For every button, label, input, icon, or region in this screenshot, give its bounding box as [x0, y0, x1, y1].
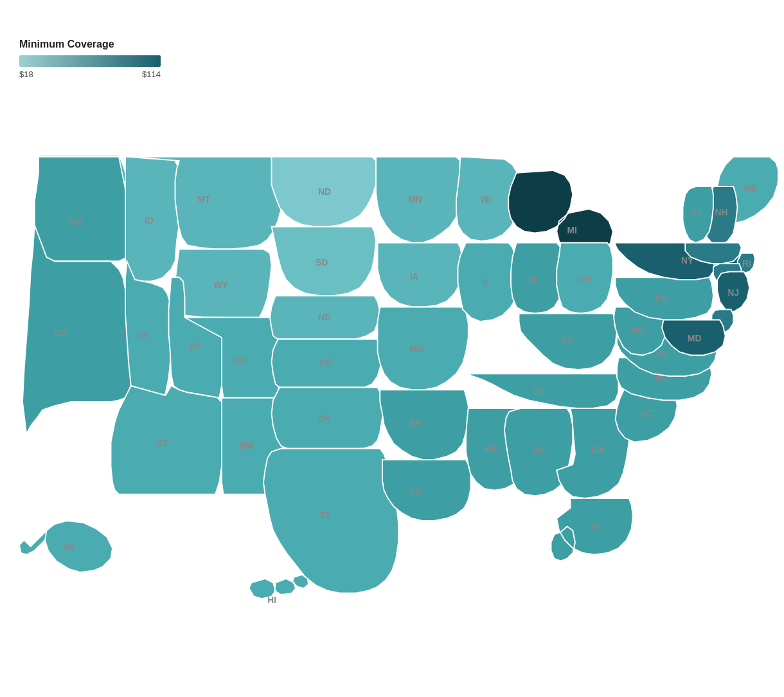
legend-max: $114	[142, 69, 161, 79]
state-TX[interactable]	[263, 449, 398, 593]
state-MN[interactable]	[376, 157, 463, 243]
legend-labels: $18 $114	[19, 69, 161, 79]
state-WY[interactable]	[175, 249, 272, 318]
state-OK[interactable]	[272, 388, 383, 452]
map-container: WA OR CA ID NV AZ MT WY UT	[6, 90, 778, 682]
state-IA[interactable]	[378, 243, 463, 307]
legend-min: $18	[19, 69, 33, 79]
state-SD[interactable]	[272, 227, 377, 296]
state-ID[interactable]	[125, 157, 183, 282]
state-AK[interactable]	[19, 521, 112, 572]
state-KS[interactable]	[272, 339, 383, 388]
state-NV[interactable]	[125, 261, 171, 402]
state-OH[interactable]	[557, 243, 613, 314]
state-AR[interactable]	[380, 390, 468, 460]
state-NJ[interactable]	[717, 272, 749, 312]
state-NE[interactable]	[270, 296, 380, 339]
state-MO[interactable]	[378, 307, 468, 390]
legend-section: Minimum Coverage $18 $114	[19, 39, 161, 79]
state-IL[interactable]	[458, 243, 519, 322]
page-container: Minimum Coverage $18 $114 WA OR CA ID NV	[0, 0, 784, 697]
state-OR[interactable]	[35, 157, 127, 262]
state-ND[interactable]	[272, 157, 378, 227]
state-FL[interactable]	[551, 498, 634, 561]
legend-title: Minimum Coverage	[19, 39, 161, 50]
state-HI[interactable]	[249, 575, 309, 599]
us-map: WA OR CA ID NV AZ MT WY UT	[6, 90, 778, 682]
legend-gradient	[19, 55, 161, 67]
state-KY[interactable]	[519, 314, 618, 370]
state-AZ[interactable]	[111, 386, 224, 494]
state-TN[interactable]	[468, 374, 619, 408]
